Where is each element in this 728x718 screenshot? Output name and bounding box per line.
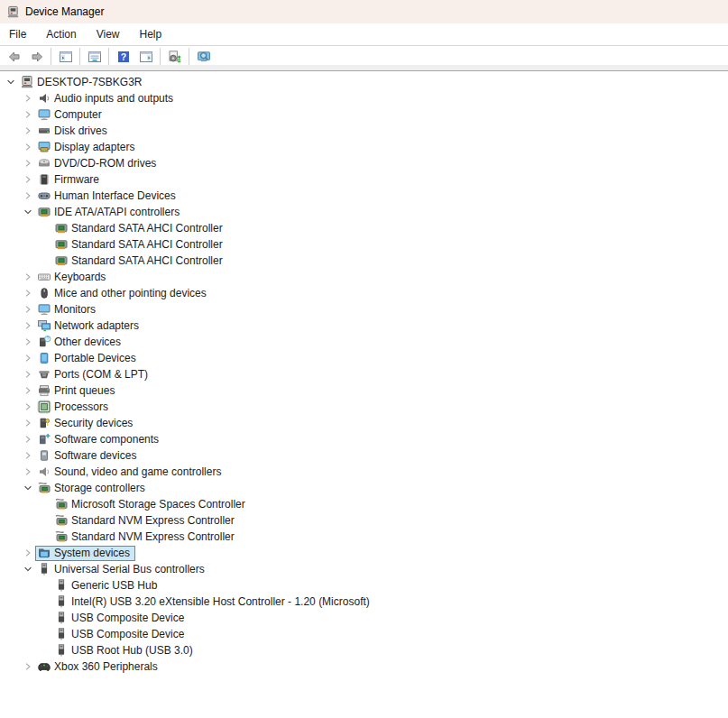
tree-item-content[interactable]: Display adapters — [35, 140, 140, 155]
tree-item[interactable]: IDE ATA/ATAPI controllers — [0, 204, 728, 220]
chevron-right-icon[interactable] — [21, 270, 35, 284]
tree-item[interactable]: ?Other devices — [0, 334, 728, 350]
chevron-right-icon[interactable] — [21, 432, 35, 446]
tree-item-content[interactable]: Mice and other pointing devices — [35, 286, 212, 301]
tree-item[interactable]: Standard NVM Express Controller — [0, 512, 728, 529]
tree-item[interactable]: Network adapters — [0, 318, 728, 334]
tree-item-content[interactable]: IDE ATA/ATAPI controllers — [35, 205, 185, 220]
chevron-right-icon[interactable] — [21, 302, 35, 317]
tree-item[interactable]: Firmware — [0, 171, 728, 188]
chevron-right-icon[interactable] — [21, 318, 35, 333]
tree-item-content[interactable]: Network adapters — [35, 318, 144, 334]
chevron-right-icon[interactable] — [21, 189, 35, 203]
tree-item[interactable]: Display adapters — [0, 139, 728, 155]
tree-item-content[interactable]: Storage controllers — [35, 481, 151, 496]
tree-item-content[interactable]: Generic USB Hub — [52, 578, 162, 594]
chevron-right-icon[interactable] — [21, 448, 35, 463]
chevron-right-icon[interactable] — [21, 367, 35, 382]
chevron-right-icon[interactable] — [21, 156, 35, 170]
chevron-right-icon[interactable] — [21, 383, 35, 398]
chevron-right-icon[interactable] — [21, 107, 35, 122]
chevron-right-icon[interactable] — [21, 659, 35, 674]
tree-item[interactable]: USB Composite Device — [0, 626, 728, 642]
chevron-down-icon[interactable] — [21, 562, 35, 576]
tree-item-content[interactable]: Software components — [35, 432, 164, 447]
tree-item-content[interactable]: Standard SATA AHCI Controller — [52, 221, 228, 236]
tree-item-content[interactable]: Security devices — [35, 416, 138, 431]
chevron-right-icon[interactable] — [21, 172, 35, 187]
tree-item[interactable]: Xbox 360 Peripherals — [0, 658, 728, 675]
menu-view[interactable]: View — [89, 25, 127, 43]
tree-item[interactable]: Standard NVM Express Controller — [0, 529, 728, 545]
tree-item-content[interactable]: Disk drives — [35, 124, 113, 139]
chevron-right-icon[interactable] — [21, 465, 35, 479]
tree-item[interactable]: Standard SATA AHCI Controller — [0, 253, 728, 269]
chevron-right-icon[interactable] — [21, 91, 35, 106]
chevron-right-icon[interactable] — [21, 546, 35, 560]
tree-item-content[interactable]: Human Interface Devices — [35, 189, 181, 204]
chevron-right-icon[interactable] — [21, 140, 35, 154]
tree-item-content[interactable]: Intel(R) USB 3.20 eXtensible Host Contro… — [52, 594, 375, 610]
tree-item-content[interactable]: Standard SATA AHCI Controller — [52, 237, 228, 253]
tree-item[interactable]: Ports (COM & LPT) — [0, 366, 728, 382]
chevron-right-icon[interactable] — [21, 335, 35, 349]
chevron-right-icon[interactable] — [21, 124, 35, 138]
tree-item[interactable]: Print queues — [0, 382, 728, 399]
tree-item-content[interactable]: DESKTOP-7SBKG3R — [18, 75, 147, 90]
tree-item-content[interactable]: USB Composite Device — [52, 611, 189, 626]
chevron-down-icon[interactable] — [4, 75, 18, 89]
tree-item-content[interactable]: Processors — [35, 400, 114, 415]
tree-item[interactable]: USB Composite Device — [0, 610, 728, 626]
tree-item-content[interactable]: Xbox 360 Peripherals — [35, 659, 163, 675]
tree-item[interactable]: Disk drives — [0, 123, 728, 139]
tree-item[interactable]: Storage controllers — [0, 480, 728, 496]
back-button[interactable] — [4, 47, 24, 66]
tree-item-content[interactable]: DVD/CD-ROM drives — [35, 156, 161, 171]
tree-item-content[interactable]: Ports (COM & LPT) — [35, 367, 153, 382]
tree-item-content[interactable]: USB Composite Device — [52, 627, 189, 642]
search-devices-button[interactable] — [193, 47, 214, 66]
tree-item[interactable]: Microsoft Storage Spaces Controller — [0, 496, 728, 512]
tree-item[interactable]: Standard SATA AHCI Controller — [0, 220, 728, 236]
tree-item[interactable]: Computer — [0, 106, 728, 123]
show-hide-console-tree-button[interactable] — [55, 47, 76, 66]
action-pane-button[interactable] — [135, 47, 156, 66]
chevron-right-icon[interactable] — [21, 351, 35, 365]
chevron-right-icon[interactable] — [21, 416, 35, 430]
tree-item[interactable]: Human Interface Devices — [0, 188, 728, 204]
tree-item[interactable]: Software devices — [0, 447, 728, 464]
tree-item-content[interactable]: Microsoft Storage Spaces Controller — [52, 497, 251, 512]
tree-item[interactable]: DESKTOP-7SBKG3R — [0, 74, 728, 90]
tree-item[interactable]: Mice and other pointing devices — [0, 285, 728, 301]
tree-item[interactable]: Keyboards — [0, 269, 728, 285]
tree-item-content[interactable]: Portable Devices — [35, 351, 142, 366]
tree-item-content[interactable]: Firmware — [35, 172, 105, 188]
tree-item-content[interactable]: System devices — [35, 546, 135, 561]
tree-item[interactable]: Generic USB Hub — [0, 577, 728, 594]
menu-action[interactable]: Action — [39, 25, 83, 43]
tree-item-content[interactable]: Monitors — [35, 302, 101, 318]
tree-item-content[interactable]: Computer — [35, 107, 107, 123]
tree-item[interactable]: System devices — [0, 545, 728, 561]
tree-item-content[interactable]: Sound, video and game controllers — [35, 465, 226, 480]
menu-file[interactable]: File — [2, 25, 33, 43]
tree-item-content[interactable]: USB Root Hub (USB 3.0) — [52, 643, 198, 658]
tree-item-content[interactable]: ?Other devices — [35, 335, 126, 350]
tree-item[interactable]: Security devices — [0, 415, 728, 431]
tree-item[interactable]: Universal Serial Bus controllers — [0, 561, 728, 577]
tree-item[interactable]: DVD/CD-ROM drives — [0, 155, 728, 171]
tree-item[interactable]: USB Root Hub (USB 3.0) — [0, 642, 728, 658]
help-button[interactable]: ? — [113, 47, 134, 66]
properties-button[interactable] — [84, 47, 105, 66]
menu-help[interactable]: Help — [133, 25, 170, 43]
tree-item-content[interactable]: Standard NVM Express Controller — [52, 513, 240, 529]
tree-item[interactable]: Monitors — [0, 301, 728, 318]
tree-item-content[interactable]: Software devices — [35, 448, 142, 464]
chevron-down-icon[interactable] — [21, 481, 35, 495]
tree-item[interactable]: Software components — [0, 431, 728, 447]
tree-item-content[interactable]: Standard SATA AHCI Controller — [52, 253, 228, 269]
tree-item[interactable]: Standard SATA AHCI Controller — [0, 236, 728, 253]
chevron-right-icon[interactable] — [21, 400, 35, 414]
tree-item-content[interactable]: Print queues — [35, 383, 120, 399]
tree-item-content[interactable]: Keyboards — [35, 270, 111, 285]
